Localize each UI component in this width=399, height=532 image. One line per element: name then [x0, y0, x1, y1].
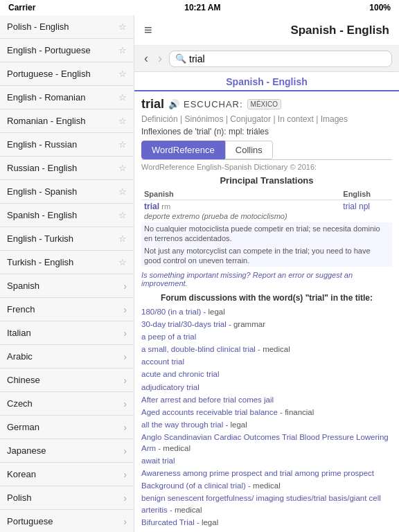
forward-button[interactable]: › — [155, 50, 165, 67]
sidebar-dict-item[interactable]: Romanian - English☆ — [0, 109, 134, 133]
sidebar-lang-item[interactable]: Korean› — [0, 463, 134, 486]
sidebar-dict-item[interactable]: Portuguese - English☆ — [0, 62, 134, 86]
sidebar-lang-item[interactable]: Polish› — [0, 486, 134, 510]
trans-note-es: No cualquier motociclista puede competir… — [141, 222, 392, 245]
sidebar-dict-item[interactable]: English - Turkish☆ — [0, 227, 134, 251]
forum-list-item[interactable]: 180/80 (in a trial) - legal — [141, 305, 392, 318]
sidebar-item-label: Arabic — [7, 351, 121, 362]
sidebar-lang-item[interactable]: Spanish› — [0, 274, 134, 298]
sidebar-dict-item[interactable]: Polish - English☆ — [0, 15, 134, 39]
forum-list-item[interactable]: acute and chronic trial — [141, 368, 392, 380]
col-spanish: Spanish — [141, 188, 340, 200]
sidebar-item-label: Italian — [7, 328, 121, 338]
app-container: Polish - English☆English - Portuguese☆Po… — [0, 15, 399, 532]
sidebar-lang-item[interactable]: Chinese› — [0, 369, 134, 392]
forum-list-item[interactable]: Awareness among prime prospect and trial… — [141, 467, 392, 479]
dict-tab-label: Spanish - English — [226, 76, 307, 87]
sidebar-dict-item[interactable]: English - Russian☆ — [0, 133, 134, 157]
sidebar-dict-item[interactable]: English - Portuguese☆ — [0, 39, 134, 62]
trans-word-cell: trial rm deporte extremo (prueba de moto… — [141, 200, 340, 223]
sidebar-lang-item[interactable]: Portuguese› — [0, 510, 134, 532]
star-icon[interactable]: ☆ — [118, 233, 127, 244]
chevron-right-icon: › — [123, 516, 127, 527]
sidebar-lang-item[interactable]: Japanese› — [0, 439, 134, 463]
star-icon[interactable]: ☆ — [118, 139, 127, 150]
search-input-wrap: 🔍 — [169, 51, 392, 67]
forum-list-item[interactable]: all the way through trial - legal — [141, 418, 392, 431]
star-icon[interactable]: ☆ — [118, 186, 127, 197]
link-sinonimos[interactable]: Sinónimos — [185, 114, 224, 124]
sidebar-dict-section: Polish - English☆English - Portuguese☆Po… — [0, 15, 134, 274]
star-icon[interactable]: ☆ — [118, 45, 127, 55]
star-icon[interactable]: ☆ — [118, 21, 127, 32]
sidebar-item-label: Chinese — [7, 375, 121, 385]
tab-wordreference[interactable]: WordReference — [141, 141, 225, 159]
sidebar-dict-item[interactable]: Turkish - English☆ — [0, 251, 134, 274]
sidebar-lang-item[interactable]: Italian› — [0, 321, 134, 345]
sidebar-item-label: Spanish - English — [7, 210, 116, 220]
forum-list-item[interactable]: Anglo Scandinavian Cardiac Outcomes Tria… — [141, 431, 392, 454]
search-icon: 🔍 — [175, 53, 186, 64]
star-icon[interactable]: ☆ — [118, 69, 127, 79]
sidebar-dict-item[interactable]: English - Spanish☆ — [0, 180, 134, 204]
chevron-right-icon: › — [123, 304, 127, 315]
sidebar-dict-item[interactable]: Russian - English☆ — [0, 157, 134, 180]
search-input[interactable] — [189, 53, 386, 64]
star-icon[interactable]: ☆ — [118, 210, 127, 220]
forum-list-item[interactable]: Background (of a clinical trial) - medic… — [141, 479, 392, 492]
sidebar-lang-item[interactable]: French› — [0, 298, 134, 321]
link-incontext[interactable]: In context — [278, 114, 314, 124]
star-icon[interactable]: ☆ — [118, 92, 127, 103]
back-button[interactable]: ‹ — [141, 50, 151, 67]
forum-list-item[interactable]: After arrest and before trial comes jail — [141, 393, 392, 406]
sidebar-item-label: Korean — [7, 469, 121, 479]
inflections: Inflexiones de 'trial' (n): mpl: triáles — [141, 127, 392, 136]
sidebar-item-label: Polish — [7, 493, 121, 503]
sidebar-dict-item[interactable]: Spanish - English☆ — [0, 204, 134, 227]
forum-list-item[interactable]: Bifurcated Trial - legal — [141, 516, 392, 529]
forum-list-item[interactable]: boost trial - medical — [141, 529, 392, 532]
chevron-right-icon: › — [123, 469, 127, 480]
sidebar-item-label: English - Turkish — [7, 233, 116, 244]
forum-list-item[interactable]: 30-day trial/30-days trial - grammar — [141, 318, 392, 330]
sidebar-item-label: Spanish — [7, 281, 121, 291]
hamburger-icon[interactable]: ≡ — [144, 22, 152, 38]
tab-collins[interactable]: Collins — [225, 141, 273, 159]
forum-list-item[interactable]: a peep of a trial — [141, 330, 392, 343]
link-definicion[interactable]: Definición — [141, 114, 178, 124]
link-conjugator[interactable]: Conjugator — [230, 114, 271, 124]
missing-note[interactable]: Is something important missing? Report a… — [141, 271, 392, 287]
audio-icon[interactable]: 🔊 — [168, 99, 179, 109]
sidebar: Polish - English☆English - Portuguese☆Po… — [0, 15, 134, 532]
forum-category: medical — [175, 506, 202, 514]
forum-category: medical — [253, 481, 281, 490]
star-icon[interactable]: ☆ — [118, 163, 127, 173]
forum-list-item[interactable]: account trial — [141, 355, 392, 368]
sidebar-item-label: Portuguese - English — [7, 69, 116, 79]
sidebar-dict-item[interactable]: English - Romanian☆ — [0, 86, 134, 109]
link-images[interactable]: Images — [321, 114, 348, 124]
forum-list-item[interactable]: a small, double-blind clinical trial - m… — [141, 343, 392, 355]
forum-list-item[interactable]: benign senescent forgetfulness/ imaging … — [141, 492, 392, 515]
forum-list-item[interactable]: adjudicatory trial — [141, 381, 392, 393]
chevron-right-icon: › — [123, 422, 127, 433]
mexico-badge: MÉXICO — [247, 99, 281, 109]
forum-list-item[interactable]: await trial — [141, 454, 392, 467]
sidebar-item-label: Portuguese — [7, 516, 121, 526]
table-row: trial rm deporte extremo (prueba de moto… — [141, 200, 392, 223]
sidebar-lang-item[interactable]: Arabic› — [0, 345, 134, 369]
forum-list-item[interactable]: Aged accounts receivable trial balance -… — [141, 406, 392, 418]
word-pronunciation: ESCUCHAR: — [184, 99, 243, 109]
sidebar-lang-item[interactable]: Czech› — [0, 392, 134, 416]
time-label: 10:21 AM — [184, 3, 220, 12]
dict-tabs: WordReference Collins — [141, 141, 392, 160]
star-icon[interactable]: ☆ — [118, 116, 127, 126]
forum-category: medical — [263, 345, 290, 353]
translations-table: Spanish English trial rm deporte extremo… — [141, 188, 392, 267]
sidebar-lang-item[interactable]: German› — [0, 416, 134, 439]
sidebar-item-label: English - Romanian — [7, 92, 116, 103]
star-icon[interactable]: ☆ — [118, 257, 127, 267]
forum-category: legal — [202, 518, 218, 526]
trans-note-row-en: Not just any motorcyclist can compete in… — [141, 245, 392, 267]
forum-category: financial — [285, 408, 314, 416]
